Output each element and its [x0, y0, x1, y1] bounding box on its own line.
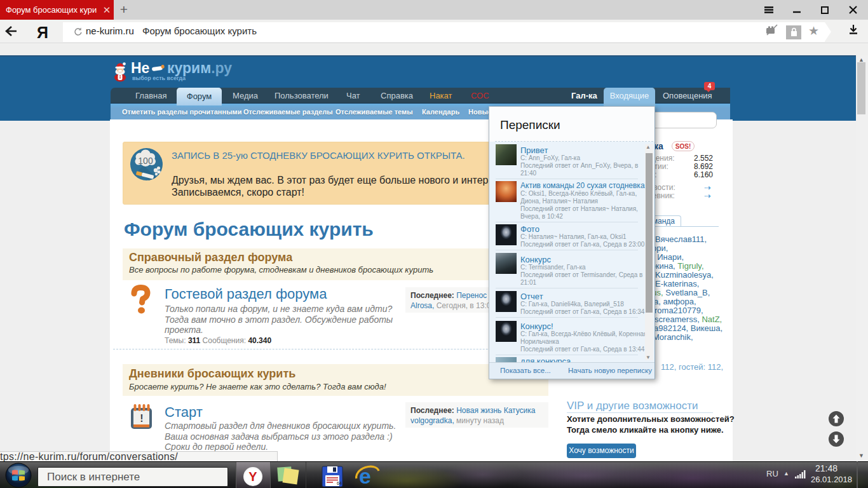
svg-text:64: 64	[337, 481, 342, 485]
svg-text:100: 100	[138, 156, 153, 166]
svg-text:!: !	[140, 413, 143, 424]
